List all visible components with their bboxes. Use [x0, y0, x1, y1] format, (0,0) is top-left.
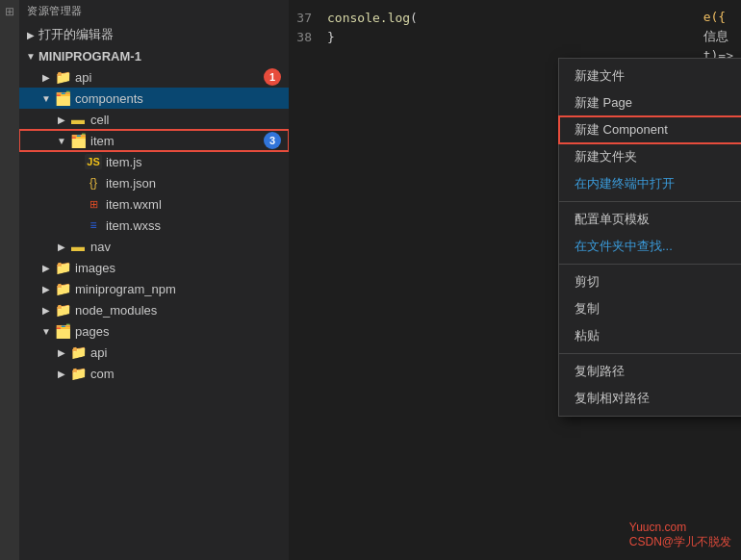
menu-item-find-in-folder[interactable]: 在文件夹中查找...	[559, 233, 741, 260]
tree-item-item-wxss[interactable]: ≡ item.wxss	[19, 215, 289, 236]
menu-item-copy-relative-path[interactable]: 复制相对路径 [Ctrl+K Ctrl+Shift+C]	[559, 385, 741, 412]
node-modules-folder-icon: 📁	[54, 302, 71, 318]
pages-arrow-icon: ▼	[38, 326, 54, 337]
node-modules-label: node_modules	[75, 303, 289, 318]
cell-label: cell	[90, 113, 289, 127]
project-arrow-icon: ▼	[23, 51, 38, 62]
pages-api-arrow-icon: ▶	[54, 347, 69, 358]
menu-item-config-template[interactable]: 配置单页模板	[559, 206, 741, 233]
api-folder-icon: 📁	[54, 69, 71, 85]
json-file-icon: {}	[85, 175, 102, 191]
tree-item-pages-com[interactable]: ▶ 📁 com	[19, 363, 289, 384]
menu-item-new-component[interactable]: 新建 Component 2	[559, 116, 741, 143]
images-folder-icon: 📁	[54, 260, 71, 275]
item-badge: 3	[264, 132, 281, 149]
menu-find-folder-label: 在文件夹中查找...	[575, 238, 673, 255]
wxss-file-icon: ≡	[85, 217, 102, 233]
nav-folder-icon: ▬	[69, 239, 87, 254]
tree-item-pages[interactable]: ▼ 🗂️ pages	[19, 320, 289, 342]
menu-open-terminal-label: 在内建终端中打开	[575, 175, 675, 192]
tree-item-cell[interactable]: ▶ ▬ cell	[19, 109, 289, 130]
menu-item-open-terminal[interactable]: 在内建终端中打开	[559, 170, 741, 197]
menu-new-page-label: 新建 Page	[575, 94, 632, 112]
item-json-label: item.json	[106, 176, 289, 191]
nav-label: nav	[90, 240, 289, 254]
sidebar: 资源管理器 ▶ 打开的编辑器 ▼ MINIPROGRAM-1 ▶ 📁 api 1…	[19, 0, 289, 560]
menu-separator-1	[559, 201, 741, 202]
tree-item-pages-api[interactable]: ▶ 📁 api	[19, 342, 289, 363]
wxml-file-icon: ⊞	[85, 196, 102, 212]
tree-item-item-js[interactable]: JS item.js	[19, 151, 289, 172]
menu-separator-2	[559, 264, 741, 265]
tree-item-api[interactable]: ▶ 📁 api 1	[19, 66, 289, 88]
project-name-label: MINIPROGRAM-1	[38, 49, 289, 64]
components-folder-icon: 🗂️	[54, 90, 71, 106]
menu-item-paste[interactable]: 粘贴 [Ctrl+V]	[559, 322, 741, 349]
miniprogram-npm-label: miniprogram_npm	[75, 282, 289, 296]
api-arrow-icon: ▶	[38, 72, 54, 83]
pages-folder-icon: 🗂️	[54, 323, 71, 339]
cell-folder-icon: ▬	[69, 112, 87, 127]
item-wxss-label: item.wxss	[106, 218, 289, 233]
line-number-37: 37	[289, 11, 327, 25]
js-file-icon: JS	[85, 154, 102, 169]
item-wxml-label: item.wxml	[106, 197, 289, 212]
menu-new-file-label: 新建文件	[575, 67, 625, 85]
images-arrow-icon: ▶	[38, 263, 54, 273]
menu-new-component-label: 新建 Component	[575, 121, 668, 139]
menu-paste-label: 粘贴	[575, 327, 600, 344]
images-label: images	[75, 261, 289, 275]
node-modules-arrow-icon: ▶	[38, 305, 54, 316]
menu-item-new-folder[interactable]: 新建文件夹	[559, 143, 741, 170]
menu-item-cut[interactable]: 剪切 [Ctrl+X]	[559, 268, 741, 295]
editor-right-line-1: e({	[703, 8, 733, 27]
line-number-38: 38	[289, 30, 327, 44]
api-badge: 1	[264, 68, 281, 86]
tree-item-item-json[interactable]: {} item.json	[19, 172, 289, 193]
menu-item-copy[interactable]: 复制 [Ctrl+C]	[559, 295, 741, 322]
pages-com-folder-icon: 📁	[69, 366, 87, 381]
editor-area: 37 console.log( 38 } e({ 信息 t)=> resu 新建…	[289, 0, 741, 560]
tree-item-node-modules[interactable]: ▶ 📁 node_modules	[19, 299, 289, 320]
pages-api-folder-icon: 📁	[69, 344, 87, 360]
menu-config-template-label: 配置单页模板	[575, 211, 650, 228]
pages-com-label: com	[90, 367, 289, 381]
nav-arrow-icon: ▶	[54, 242, 69, 252]
pages-api-label: api	[90, 345, 289, 360]
menu-new-folder-label: 新建文件夹	[575, 148, 637, 165]
api-label: api	[75, 70, 289, 85]
item-folder-icon: 🗂️	[69, 133, 87, 148]
menu-cut-label: 剪切	[575, 273, 600, 291]
watermark: Yuucn.com CSDN@学儿不脱发	[629, 521, 731, 550]
tree-item-images[interactable]: ▶ 📁 images	[19, 257, 289, 278]
line-content-38: }	[327, 30, 335, 44]
tree-item-item[interactable]: ▼ 🗂️ item 3	[19, 130, 289, 151]
editor-line-38: 38 }	[289, 27, 741, 46]
activity-bar: ⊞	[0, 0, 19, 560]
open-editors-section[interactable]: ▶ 打开的编辑器	[19, 24, 289, 45]
line-content-37: console.log(	[327, 11, 418, 25]
menu-separator-3	[559, 353, 741, 354]
menu-item-new-file[interactable]: 新建文件	[559, 63, 741, 89]
watermark-line2: CSDN@学儿不脱发	[629, 534, 731, 550]
tree-item-nav[interactable]: ▶ ▬ nav	[19, 236, 289, 257]
cell-arrow-icon: ▶	[54, 115, 69, 125]
pages-com-arrow-icon: ▶	[54, 369, 69, 379]
tree-item-miniprogram-npm[interactable]: ▶ 📁 miniprogram_npm	[19, 278, 289, 299]
npm-folder-icon: 📁	[54, 281, 71, 296]
watermark-line1: Yuucn.com	[629, 521, 731, 534]
components-arrow-icon: ▼	[38, 93, 54, 104]
arrow-icon: ▶	[23, 30, 38, 40]
tree-item-components[interactable]: ▼ 🗂️ components	[19, 88, 289, 109]
pages-label: pages	[75, 324, 289, 339]
components-label: components	[75, 91, 289, 106]
menu-item-copy-path[interactable]: 复制路径 [Shift+Alt+C]	[559, 358, 741, 385]
tree-item-item-wxml[interactable]: ⊞ item.wxml	[19, 193, 289, 215]
editor-line-37: 37 console.log(	[289, 8, 741, 27]
project-root[interactable]: ▼ MINIPROGRAM-1	[19, 45, 289, 66]
item-js-label: item.js	[106, 155, 289, 169]
files-icon[interactable]: ⊞	[2, 4, 17, 19]
open-editors-label: 打开的编辑器	[38, 26, 289, 43]
menu-item-new-page[interactable]: 新建 Page	[559, 89, 741, 116]
item-label: item	[90, 134, 289, 148]
